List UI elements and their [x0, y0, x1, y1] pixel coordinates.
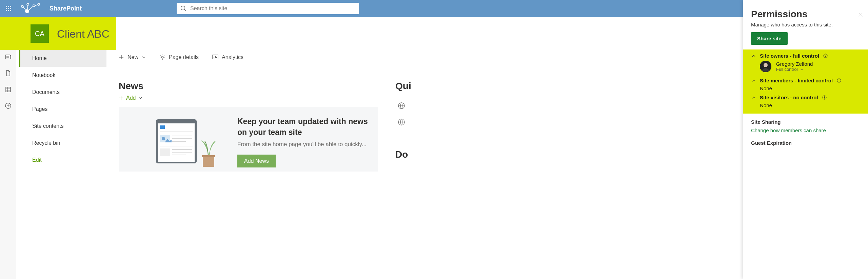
sharepoint-logo-icon — [20, 3, 41, 14]
svg-rect-34 — [160, 132, 193, 132]
chart-icon — [212, 54, 218, 60]
info-icon[interactable] — [837, 78, 841, 83]
plus-icon — [119, 96, 123, 100]
svg-point-57 — [839, 79, 840, 80]
owners-group-header[interactable]: Site owners - full control — [751, 53, 860, 59]
app-launcher-icon[interactable] — [0, 0, 17, 17]
permission-groups-highlight: Site owners - full control Gregory Zelfo… — [743, 49, 868, 114]
visitors-label: Site visitors - no control — [760, 95, 818, 100]
chevron-down-icon — [142, 55, 146, 59]
visitors-body: None — [751, 100, 860, 109]
search-box[interactable] — [177, 3, 359, 14]
cmd-page-details[interactable]: Page details — [159, 54, 199, 60]
share-site-button[interactable]: Share site — [751, 32, 788, 45]
owners-label: Site owners - full control — [760, 53, 819, 59]
svg-rect-46 — [202, 155, 215, 157]
news-section-title: News — [119, 81, 143, 92]
svg-rect-40 — [160, 146, 193, 146]
nav-pages[interactable]: Pages — [19, 101, 106, 118]
command-bar: New Page details Analytics — [119, 54, 243, 60]
news-icon[interactable] — [5, 54, 12, 60]
panel-subtitle: Manage who has access to this site. — [743, 22, 868, 32]
news-add[interactable]: Add — [119, 95, 142, 101]
news-card-heading: Keep your team updated with news on your… — [237, 116, 376, 138]
chevron-up-icon — [751, 78, 756, 83]
nav-recycle-bin[interactable]: Recycle bin — [19, 135, 106, 152]
avatar — [760, 61, 771, 72]
visitors-group-header[interactable]: Site visitors - no control — [751, 95, 860, 100]
quick-link-item-2[interactable] — [397, 118, 406, 127]
quick-link-item-1[interactable] — [397, 102, 406, 111]
search-icon — [180, 5, 187, 12]
site-logo[interactable]: CA — [31, 24, 49, 43]
news-card-sub: From the site home page you'll be able t… — [237, 141, 380, 148]
svg-rect-42 — [172, 149, 192, 150]
cmd-new[interactable]: New — [119, 54, 146, 60]
svg-rect-45 — [203, 157, 214, 167]
close-icon — [858, 12, 863, 18]
svg-rect-39 — [172, 141, 186, 142]
members-body: None — [751, 83, 860, 95]
nav-notebook[interactable]: Notebook — [19, 67, 106, 84]
svg-point-24 — [161, 56, 163, 58]
svg-line-6 — [27, 5, 28, 9]
site-title: Client ABC — [57, 28, 110, 40]
nav-site-contents[interactable]: Site contents — [19, 118, 106, 135]
globe-icon — [397, 118, 406, 126]
nav-edit[interactable]: Edit — [19, 152, 106, 168]
svg-line-8 — [35, 5, 38, 6]
add-circle-icon[interactable] — [5, 102, 12, 109]
owner-permission-dropdown[interactable]: Full control — [776, 67, 813, 72]
globe-icon — [397, 102, 406, 110]
svg-rect-27 — [215, 56, 216, 58]
news-empty-card: Keep your team updated with news on your… — [119, 107, 378, 172]
site-sharing-heading: Site Sharing — [743, 114, 868, 126]
svg-rect-41 — [160, 148, 170, 156]
svg-line-5 — [23, 7, 26, 10]
suite-bar: SharePoint — [0, 0, 868, 17]
svg-rect-12 — [5, 55, 10, 59]
svg-rect-38 — [172, 138, 192, 139]
svg-point-9 — [181, 6, 185, 10]
owner-row[interactable]: Gregory Zelfond Full control — [751, 59, 860, 74]
list-icon[interactable] — [5, 86, 12, 93]
close-panel-button[interactable] — [858, 12, 863, 19]
info-icon[interactable] — [822, 95, 827, 100]
chevron-up-icon — [751, 95, 756, 100]
chevron-down-icon — [800, 67, 804, 71]
svg-rect-26 — [214, 57, 214, 58]
guest-expiration-heading: Guest Expiration — [743, 135, 868, 147]
nav-documents[interactable]: Documents — [19, 84, 106, 101]
app-name: SharePoint — [50, 5, 82, 12]
panel-title: Permissions — [743, 0, 868, 22]
app-rail — [0, 17, 16, 279]
svg-rect-43 — [172, 152, 192, 153]
svg-rect-37 — [172, 136, 192, 136]
svg-rect-33 — [160, 125, 165, 129]
change-sharing-link[interactable]: Change how members can share — [743, 126, 868, 135]
quick-links-heading: Qui — [395, 81, 411, 92]
owner-name: Gregory Zelfond — [776, 61, 813, 67]
svg-point-60 — [824, 96, 825, 97]
info-icon[interactable] — [823, 54, 828, 58]
cmd-analytics[interactable]: Analytics — [212, 54, 243, 60]
svg-point-1 — [27, 3, 29, 5]
file-icon[interactable] — [5, 70, 12, 77]
svg-rect-28 — [216, 57, 217, 58]
search-input[interactable] — [190, 5, 356, 12]
svg-rect-44 — [172, 155, 186, 155]
search-wrap — [177, 3, 359, 14]
svg-point-36 — [162, 137, 165, 140]
nav-home[interactable]: Home — [19, 50, 106, 67]
add-news-button[interactable]: Add News — [237, 155, 276, 167]
documents-heading: Do — [395, 149, 408, 160]
members-group-header[interactable]: Site members - limited control — [751, 78, 860, 83]
svg-rect-32 — [158, 123, 195, 162]
svg-line-7 — [29, 6, 33, 10]
svg-point-55 — [764, 63, 768, 67]
sharepoint-brand[interactable]: SharePoint — [20, 3, 82, 14]
members-label: Site members - limited control — [760, 78, 833, 83]
svg-point-2 — [33, 5, 35, 7]
cmd-new-label: New — [127, 54, 138, 60]
news-add-label: Add — [126, 95, 136, 101]
